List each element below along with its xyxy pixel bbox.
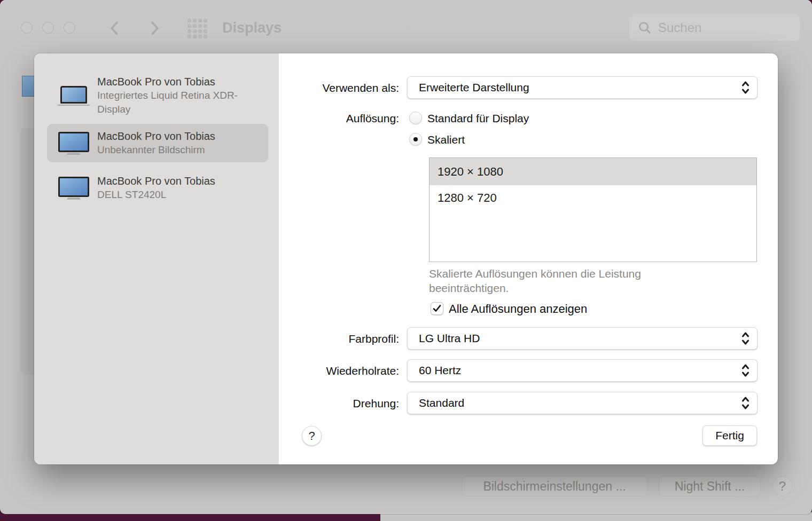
radio-standard-for-display[interactable] [409,112,422,124]
window-title: Displays [222,20,282,36]
display-subtitle: Unbekannter Bildschirm [97,143,268,157]
search-icon [638,21,652,35]
resolution-listbox: 1920 × 1080 1280 × 720 [429,157,757,262]
back-button[interactable] [106,19,124,37]
display-subtitle: DELL ST2420L [97,188,268,202]
refresh-rate-value: 60 Hertz [419,364,461,377]
search-field[interactable]: Suchen [629,14,800,41]
chevron-up-down-icon [741,396,750,411]
show-all-resolutions-checkbox[interactable] [431,302,443,315]
refresh-rate-label: Wiederholrate: [279,365,399,377]
sidebar-item-dell-display[interactable]: MacBook Pro von Tobias DELL ST2420L [47,167,268,209]
chevron-left-icon [106,19,124,37]
display-title: MacBook Pro von Tobias [97,129,268,143]
minimize-button[interactable] [42,22,54,34]
resolution-option-1920x1080[interactable]: 1920 × 1080 [430,158,756,185]
display-title: MacBook Pro von Tobias [97,75,268,89]
sidebar-item-unknown-display[interactable]: MacBook Pro von Tobias Unbekannter Bilds… [47,124,268,162]
radio-scaled-label[interactable]: Skaliert [427,133,465,146]
toolbar: Displays Suchen [0,0,812,56]
resolution-option-1280x720[interactable]: 1280 × 720 [430,185,756,211]
monitor-icon [57,177,90,200]
rotation-value: Standard [419,397,464,409]
use-as-dropdown[interactable]: Erweiterte Darstellung [407,76,758,99]
zoom-button[interactable] [64,22,75,34]
display-title: MacBook Pro von Tobias [97,174,268,188]
display-settings-panel: Verwenden als: Erweiterte Darstellung Au… [279,53,778,464]
display-list-sidebar: MacBook Pro von Tobias Integriertes Liqu… [34,53,279,464]
chevron-up-down-icon [741,363,750,378]
rotation-label: Drehung: [279,397,399,410]
color-profile-label: Farbprofil: [279,333,399,345]
chevron-right-icon [145,19,163,37]
show-all-grid-button[interactable] [188,18,209,38]
scaled-resolution-note: Skalierte Auflösungen können die Leistun… [429,266,685,295]
done-button[interactable]: Fertig [702,425,757,446]
forward-button[interactable] [145,19,163,37]
display-subtitle: Integriertes Liquid Retina XDR-Display [97,89,268,116]
screen: Displays Suchen Bildschirmeinstellungen … [0,0,812,521]
grid-icon [188,19,209,38]
use-as-label: Verwenden als: [279,82,399,94]
checkmark-icon [432,304,442,313]
color-profile-dropdown[interactable]: LG Ultra HD [407,327,758,350]
sheet-help-button[interactable]: ? [302,426,322,446]
sidebar-item-built-in-display[interactable]: MacBook Pro von Tobias Integriertes Liqu… [47,67,268,124]
monitor-icon [57,132,90,155]
display-settings-button[interactable]: Bildschirmeinstellungen ... [462,476,647,496]
night-shift-button[interactable]: Night Shift ... [659,476,761,496]
show-all-resolutions-label[interactable]: Alle Auflösungen anzeigen [449,302,587,315]
window-help-button[interactable]: ? [772,476,792,496]
radio-standard-label[interactable]: Standard für Display [427,112,529,125]
use-as-value: Erweiterte Darstellung [419,81,529,94]
chevron-up-down-icon [741,331,750,346]
color-profile-value: LG Ultra HD [419,332,480,345]
refresh-rate-dropdown[interactable]: 60 Hertz [407,359,758,382]
radio-scaled[interactable] [409,133,422,146]
displays-sheet: MacBook Pro von Tobias Integriertes Liqu… [34,53,778,464]
chevron-up-down-icon [741,80,750,95]
rotation-dropdown[interactable]: Standard [407,392,758,414]
resolution-label: Auflösung: [279,112,399,125]
close-button[interactable] [21,22,33,34]
search-placeholder: Suchen [658,20,701,35]
laptop-icon [57,86,90,106]
